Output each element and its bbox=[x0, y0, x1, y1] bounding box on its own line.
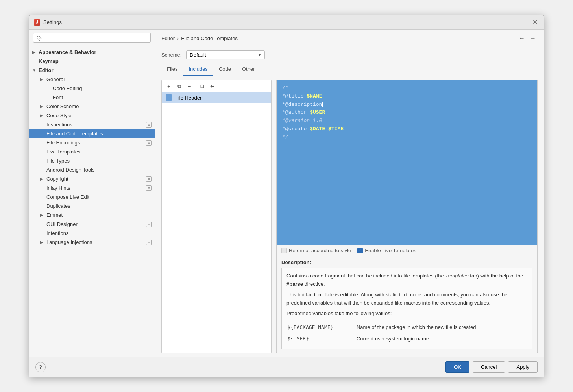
template-item-label: File Header bbox=[175, 95, 201, 101]
sidebar-item-lang-injections[interactable]: ▶ Language Injections ≡ bbox=[29, 238, 155, 247]
sidebar-item-file-types[interactable]: File Types bbox=[29, 156, 155, 165]
code-editor[interactable]: /* *@title $NAME *@description *@author … bbox=[277, 80, 537, 245]
sidebar-label: Font bbox=[53, 94, 63, 100]
sidebar-item-code-style[interactable]: ▶ Code Style bbox=[29, 111, 155, 120]
sidebar-item-duplicates[interactable]: Duplicates bbox=[29, 202, 155, 211]
sidebar-item-keymap[interactable]: Keymap bbox=[29, 57, 155, 66]
desc-italic: Templates bbox=[445, 273, 469, 279]
badge-icon: ≡ bbox=[146, 222, 152, 227]
desc-bold: #parse bbox=[286, 281, 303, 287]
description-title: Description: bbox=[281, 259, 532, 265]
close-button[interactable]: ✕ bbox=[531, 18, 539, 26]
sidebar-label: File Encodings bbox=[46, 140, 80, 146]
var-name: ${PACKAGE_NAME} bbox=[287, 322, 356, 333]
arrow-icon bbox=[40, 186, 45, 190]
tab-files[interactable]: Files bbox=[161, 63, 183, 76]
template-list-panel: + ⧉ − ❑ ↩ File Header bbox=[161, 80, 272, 353]
sidebar-label: Editor bbox=[39, 67, 54, 73]
arrow-icon bbox=[40, 141, 45, 145]
arrow-icon bbox=[40, 204, 45, 209]
main-content: Editor › File and Code Templates ← → Sch… bbox=[155, 30, 544, 357]
ok-button[interactable]: OK bbox=[445, 361, 469, 373]
badge-icon: ≡ bbox=[146, 185, 152, 191]
tab-includes[interactable]: Includes bbox=[183, 63, 213, 76]
scheme-dropdown[interactable]: Default ▼ bbox=[186, 50, 265, 59]
sidebar-item-inlay-hints[interactable]: Inlay Hints ≡ bbox=[29, 183, 155, 192]
table-row: ${USER} Current user system login name bbox=[287, 334, 527, 344]
sidebar-item-intentions[interactable]: Intentions bbox=[29, 229, 155, 238]
scheme-label: Scheme: bbox=[161, 52, 181, 58]
sidebar-item-inspections[interactable]: Inspections ≡ bbox=[29, 120, 155, 129]
settings-dialog: J Settings ✕ ▶ Appearance & Behavior Key… bbox=[29, 15, 544, 377]
live-templates-checkbox[interactable]: ✓ bbox=[357, 248, 363, 253]
sidebar-item-color-scheme[interactable]: ▶ Color Scheme bbox=[29, 102, 155, 111]
template-item[interactable]: File Header bbox=[162, 92, 271, 103]
sidebar-item-emmet[interactable]: ▶ Emmet bbox=[29, 211, 155, 220]
sidebar-label: Code Editing bbox=[53, 85, 82, 91]
sidebar-item-live-templates[interactable]: Live Templates bbox=[29, 147, 155, 156]
duplicate-button[interactable]: ❑ bbox=[198, 82, 207, 91]
arrow-icon bbox=[32, 59, 37, 64]
forward-button[interactable]: → bbox=[528, 33, 538, 43]
search-box bbox=[29, 30, 155, 46]
var-desc: Current user system login name bbox=[357, 334, 527, 344]
badge-icon: ≡ bbox=[146, 240, 152, 245]
copy-button[interactable]: ⧉ bbox=[174, 82, 184, 91]
sidebar-item-file-templates[interactable]: File and Code Templates bbox=[29, 129, 155, 138]
dialog-footer: ? OK Cancel Apply bbox=[29, 357, 544, 377]
sidebar-item-file-encodings[interactable]: File Encodings ≡ bbox=[29, 138, 155, 147]
footer-left: ? bbox=[35, 362, 46, 372]
search-input[interactable] bbox=[33, 33, 151, 43]
scheme-row: Scheme: Default ▼ bbox=[155, 47, 544, 63]
cancel-button[interactable]: Cancel bbox=[473, 361, 505, 373]
sidebar-label: File and Code Templates bbox=[46, 131, 103, 137]
nav-buttons: ← → bbox=[517, 33, 538, 43]
file-header-icon bbox=[166, 94, 172, 101]
reset-button[interactable]: ↩ bbox=[208, 82, 217, 91]
reformat-checkbox[interactable] bbox=[281, 248, 287, 253]
sidebar-item-compose-live[interactable]: Compose Live Edit bbox=[29, 192, 155, 202]
sidebar-label: General bbox=[46, 76, 65, 82]
sidebar-label: Appearance & Behavior bbox=[39, 49, 96, 55]
tab-other[interactable]: Other bbox=[237, 63, 261, 76]
scheme-value: Default bbox=[190, 52, 206, 58]
template-panel: + ⧉ − ❑ ↩ File Header bbox=[155, 76, 544, 357]
breadcrumb-separator: › bbox=[177, 35, 179, 41]
description-box: Contains a code fragment that can be inc… bbox=[281, 268, 532, 349]
arrow-icon bbox=[46, 86, 51, 91]
help-button[interactable]: ? bbox=[35, 362, 46, 372]
desc-para-2: This built-in template is editable. Alon… bbox=[286, 291, 527, 307]
badge-icon: ≡ bbox=[146, 140, 152, 146]
chevron-down-icon: ▼ bbox=[257, 53, 261, 57]
badge-icon: ≡ bbox=[146, 122, 152, 128]
arrow-icon bbox=[40, 195, 45, 200]
arrow-icon bbox=[40, 231, 45, 236]
breadcrumb: Editor › File and Code Templates bbox=[161, 35, 238, 41]
editor-bottom: Reformat according to style ✓ Enable Liv… bbox=[277, 245, 537, 353]
sidebar-item-gui-designer[interactable]: GUI Designer ≡ bbox=[29, 220, 155, 229]
sidebar-item-code-editing[interactable]: Code Editing bbox=[29, 84, 155, 93]
description-section: Description: Contains a code fragment th… bbox=[277, 256, 537, 353]
live-templates-label: Enable Live Templates bbox=[365, 248, 416, 253]
sidebar-label: GUI Designer bbox=[46, 221, 78, 227]
live-templates-option: ✓ Enable Live Templates bbox=[357, 248, 416, 253]
sidebar-item-copyright[interactable]: ▶ Copyright ≡ bbox=[29, 174, 155, 183]
reformat-label: Reformat according to style bbox=[289, 248, 351, 253]
sidebar-item-appearance[interactable]: ▶ Appearance & Behavior bbox=[29, 48, 155, 57]
remove-button[interactable]: − bbox=[185, 82, 194, 91]
apply-button[interactable]: Apply bbox=[508, 361, 538, 373]
sidebar-item-editor[interactable]: ▼ Editor bbox=[29, 66, 155, 75]
app-icon: J bbox=[34, 19, 40, 26]
arrow-icon bbox=[40, 159, 45, 163]
breadcrumb-bar: Editor › File and Code Templates ← → bbox=[155, 30, 544, 47]
sidebar-item-general[interactable]: ▶ General bbox=[29, 75, 155, 84]
sidebar-label: Code Style bbox=[46, 113, 72, 118]
arrow-icon bbox=[40, 150, 45, 154]
add-button[interactable]: + bbox=[164, 82, 174, 91]
toolbar-separator bbox=[196, 83, 196, 89]
reformat-option: Reformat according to style bbox=[281, 248, 351, 253]
sidebar-item-android-design[interactable]: Android Design Tools bbox=[29, 165, 155, 174]
tab-code[interactable]: Code bbox=[213, 63, 237, 76]
sidebar-item-font[interactable]: Font bbox=[29, 93, 155, 102]
back-button[interactable]: ← bbox=[517, 33, 527, 43]
